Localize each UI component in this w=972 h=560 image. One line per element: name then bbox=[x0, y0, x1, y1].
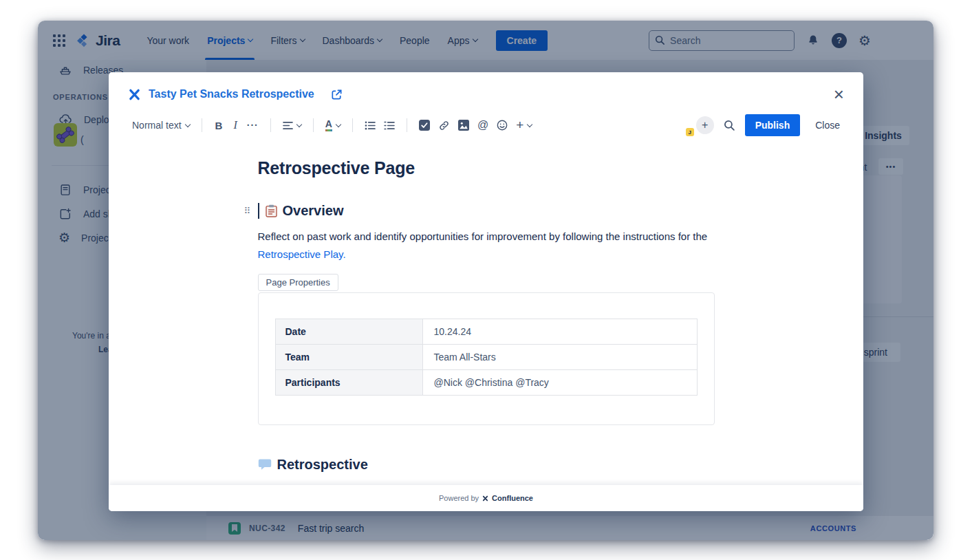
modal-footer: Powered by Confluence bbox=[109, 485, 863, 511]
insert-image-button[interactable] bbox=[454, 117, 473, 133]
collaborator-avatar[interactable]: J bbox=[674, 116, 692, 134]
overview-paragraph: Reflect on past work and identify opport… bbox=[258, 228, 715, 264]
chevron-down-icon bbox=[184, 121, 190, 127]
alignment-dropdown[interactable] bbox=[279, 118, 305, 133]
row-label[interactable]: Participants bbox=[275, 369, 422, 395]
properties-table: Date 10.24.24 Team Team All-Stars Partic… bbox=[275, 319, 698, 396]
invite-collaborator-button[interactable]: + bbox=[696, 116, 714, 134]
chevron-down-icon bbox=[527, 121, 532, 127]
text-color-icon: A bbox=[325, 119, 332, 131]
editor-content[interactable]: Retrospective Page ⠿ Overview Reflect on… bbox=[109, 143, 863, 485]
toolbar-divider bbox=[202, 118, 202, 132]
table-row: Team Team All-Stars bbox=[275, 344, 697, 369]
confluence-logo-small-icon bbox=[482, 495, 488, 502]
bullet-list-button[interactable] bbox=[360, 118, 380, 133]
row-label[interactable]: Team bbox=[275, 344, 422, 369]
action-item-button[interactable] bbox=[415, 117, 434, 133]
numbered-list-button[interactable] bbox=[380, 118, 399, 133]
numbered-list-icon bbox=[384, 121, 395, 130]
row-label[interactable]: Date bbox=[275, 319, 422, 344]
image-icon bbox=[458, 120, 469, 131]
toolbar-divider bbox=[270, 118, 271, 132]
page-title: Retrospective Page bbox=[258, 158, 715, 178]
modal-title: Tasty Pet Snacks Retrospective bbox=[149, 88, 314, 100]
text-color-dropdown[interactable]: A bbox=[321, 116, 345, 134]
table-row: Date 10.24.24 bbox=[275, 319, 697, 344]
table-row: Participants @Nick @Christina @Tracy bbox=[275, 369, 697, 395]
chevron-down-icon bbox=[296, 121, 302, 127]
close-editor-button[interactable]: Close bbox=[810, 116, 845, 135]
drag-handle-icon[interactable]: ⠿ bbox=[244, 206, 251, 216]
text-style-dropdown[interactable]: Normal text bbox=[128, 117, 194, 133]
overview-heading: Overview bbox=[283, 203, 344, 219]
chevron-down-icon bbox=[336, 121, 341, 127]
insert-more-dropdown[interactable]: + bbox=[512, 115, 536, 136]
publish-button[interactable]: Publish bbox=[745, 114, 801, 136]
speech-balloon-icon bbox=[258, 458, 272, 471]
page-properties-panel: Date 10.24.24 Team Team All-Stars Partic… bbox=[258, 292, 715, 425]
toolbar-divider bbox=[352, 118, 353, 132]
bold-button[interactable]: B bbox=[210, 117, 228, 134]
editor-toolbar: Normal text B I ··· A bbox=[109, 109, 863, 143]
modal-header: Tasty Pet Snacks Retrospective × bbox=[109, 72, 863, 109]
toolbar-divider bbox=[407, 118, 407, 132]
text-cursor bbox=[258, 203, 259, 219]
confluence-brand-text: Confluence bbox=[492, 494, 533, 502]
mention-button[interactable]: @ bbox=[473, 116, 493, 134]
page-properties-macro-label[interactable]: Page Properties bbox=[258, 274, 338, 291]
row-value[interactable]: @Nick @Christina @Tracy bbox=[422, 369, 697, 395]
collaborator-badge: J bbox=[686, 128, 694, 136]
bullet-list-icon bbox=[365, 121, 376, 130]
modal-close-icon[interactable]: × bbox=[832, 85, 845, 103]
confluence-page-modal: Tasty Pet Snacks Retrospective × Normal … bbox=[109, 72, 863, 511]
insert-link-button[interactable] bbox=[434, 117, 454, 134]
italic-button[interactable]: I bbox=[228, 116, 242, 134]
emoji-smiley-icon bbox=[497, 120, 508, 131]
row-value[interactable]: 10.24.24 bbox=[422, 319, 697, 344]
confluence-logo-icon bbox=[128, 88, 141, 101]
clipboard-emoji-icon bbox=[266, 204, 277, 217]
retrospective-heading: Retrospective bbox=[277, 457, 368, 473]
retrospective-play-link[interactable]: Retrospective Play bbox=[258, 248, 343, 260]
emoji-button[interactable] bbox=[493, 117, 512, 133]
align-left-icon bbox=[283, 121, 293, 130]
powered-by-text: Powered by bbox=[439, 494, 479, 502]
open-in-new-tab-icon[interactable] bbox=[330, 88, 343, 101]
find-in-page-icon[interactable] bbox=[724, 120, 735, 131]
more-formatting-button[interactable]: ··· bbox=[243, 117, 263, 133]
task-checkbox-icon bbox=[419, 120, 430, 131]
toolbar-divider bbox=[313, 118, 314, 132]
link-icon bbox=[438, 120, 450, 131]
row-value[interactable]: Team All-Stars bbox=[422, 344, 697, 369]
